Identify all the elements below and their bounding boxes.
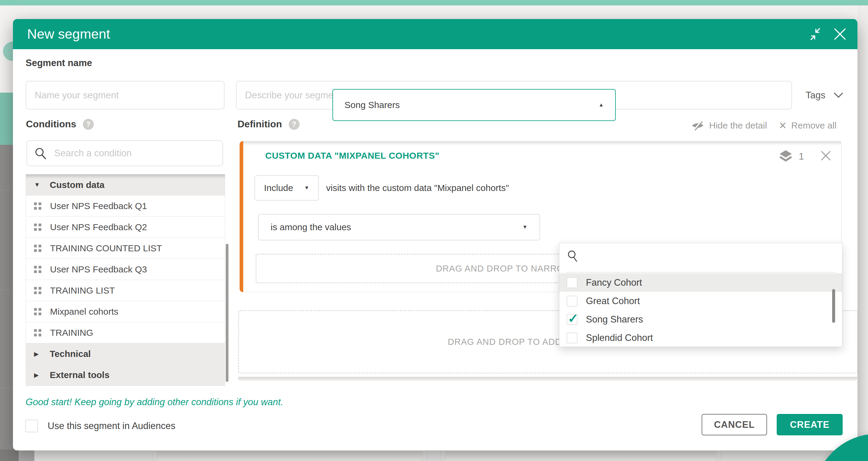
condition-group-row[interactable]: ▶Technical: [26, 343, 225, 365]
drag-handle-icon: [34, 266, 43, 273]
layer-count: 1: [799, 151, 804, 162]
condition-search-input[interactable]: [54, 148, 215, 159]
checkbox-unchecked[interactable]: [567, 277, 578, 288]
audiences-checkbox-label: Use this segment in Audiences: [48, 421, 176, 431]
drag-handle-icon: [34, 329, 43, 337]
option-label: Song Sharers: [586, 314, 643, 325]
dropdown-option[interactable]: ✓Song Sharers: [559, 310, 842, 328]
option-label: Great Cohort: [586, 296, 640, 307]
condition-label: User NPS Feedback Q3: [50, 264, 147, 275]
collapse-icon: [807, 26, 823, 42]
definition-horizontal-scrollbar[interactable]: [238, 377, 858, 381]
create-button[interactable]: CREATE: [777, 414, 843, 435]
condition-group-row[interactable]: ▶External tools: [26, 365, 225, 385]
condition-remove-button[interactable]: [820, 150, 832, 163]
tags-label: Tags: [806, 90, 825, 101]
remove-all-button[interactable]: Remove all: [779, 120, 837, 131]
value-select[interactable]: Song Sharers: [333, 89, 616, 121]
condition-label: TRAINING COUNTED LIST: [50, 243, 162, 253]
close-icon: [833, 27, 847, 41]
close-icon: [820, 150, 832, 162]
condition-group-row[interactable]: ▼Custom data: [26, 174, 225, 196]
value-selected: Song Sharers: [344, 100, 400, 110]
condition-label: External tools: [50, 370, 110, 380]
conditions-label: Conditions: [26, 119, 76, 130]
encouragement-hint: Good start! Keep going by adding other c…: [26, 397, 283, 408]
option-label: Splendid Cohort: [586, 333, 653, 343]
drag-handle-icon: [34, 287, 43, 294]
condition-label: Technical: [50, 349, 91, 359]
check-icon: ✓: [568, 311, 578, 326]
chevron-down-icon: [834, 92, 843, 98]
condition-item-row[interactable]: User NPS Feedback Q3: [26, 259, 225, 280]
remove-all-label: Remove all: [791, 120, 836, 131]
condition-item-row[interactable]: TRAINING COUNTED LIST: [26, 238, 225, 259]
dropdown-option[interactable]: Great Cohort: [559, 292, 842, 310]
search-icon: [34, 147, 47, 160]
value-options: Fancy CohortGreat Cohort✓Song SharersSpl…: [559, 273, 842, 347]
drag-handle-icon: [34, 224, 43, 231]
definition-label: Definition: [238, 119, 282, 130]
condition-item-row[interactable]: TRAINING: [26, 322, 225, 343]
include-select[interactable]: Include: [254, 175, 319, 201]
condition-list: ▼Custom dataUser NPS Feedback Q1User NPS…: [26, 174, 225, 386]
dropdown-option[interactable]: Splendid Cohort: [559, 328, 842, 347]
search-icon: [567, 250, 579, 262]
segment-name-label: Segment name: [26, 58, 92, 68]
app-background-right: [858, 5, 868, 461]
value-dropdown-panel: Fancy CohortGreat Cohort✓Song SharersSpl…: [559, 243, 842, 347]
condition-label: User NPS Feedback Q2: [50, 222, 147, 232]
condition-item-row[interactable]: User NPS Feedback Q2: [26, 217, 225, 238]
option-label: Fancy Cohort: [586, 277, 642, 288]
condition-item-row[interactable]: TRAINING LIST: [26, 280, 225, 301]
condition-item-row[interactable]: Mixpanel cohorts: [26, 301, 225, 322]
condition-label: Mixpanel cohorts: [50, 307, 119, 317]
top-app-strip: [0, 0, 868, 5]
segment-name-input[interactable]: [26, 81, 224, 110]
cancel-button[interactable]: CANCEL: [702, 414, 767, 435]
divider: [565, 272, 836, 272]
condition-item-row[interactable]: User NPS Feedback Q1: [26, 196, 225, 217]
condition-card-title: CUSTOM DATA "MIXPANEL COHORTS": [265, 150, 439, 161]
remove-icon: [779, 121, 786, 130]
dropdown-option[interactable]: Fancy Cohort: [559, 273, 842, 292]
operator-select[interactable]: is among the values: [258, 214, 540, 240]
condition-label: TRAINING: [50, 328, 93, 338]
layer-indicator: 1: [778, 149, 804, 163]
condition-search-box: [27, 140, 223, 166]
include-value: Include: [264, 183, 293, 193]
dropdown-scrollbar[interactable]: [832, 289, 835, 323]
hide-detail-button[interactable]: Hide the detail: [691, 120, 767, 131]
drag-handle-icon: [34, 245, 43, 252]
condition-subject-text: visits with the custom data "Mixpanel co…: [326, 175, 509, 201]
condition-label: TRAINING LIST: [50, 285, 115, 296]
hide-detail-label: Hide the detail: [709, 120, 767, 131]
condition-label: Custom data: [50, 180, 104, 190]
modal-close-button[interactable]: [832, 26, 848, 42]
dropdown-search[interactable]: [567, 250, 579, 264]
checkbox-unchecked[interactable]: [567, 333, 578, 343]
modal-header: New segment: [13, 19, 858, 49]
definition-help-icon[interactable]: [289, 119, 300, 130]
modal-title: New segment: [27, 19, 110, 49]
checkbox-checked[interactable]: ✓: [567, 314, 578, 325]
app-background-bottom: [0, 450, 868, 461]
drag-handle-icon: [34, 308, 43, 315]
tags-dropdown[interactable]: Tags: [806, 81, 843, 110]
collapse-button[interactable]: [807, 26, 823, 42]
operator-value: is among the values: [271, 222, 351, 232]
audiences-checkbox[interactable]: [25, 420, 38, 432]
triangle-right-icon: ▶: [34, 371, 42, 379]
triangle-right-icon: ▶: [34, 350, 42, 357]
condition-list-scrollbar[interactable]: [226, 244, 228, 382]
condition-label: User NPS Feedback Q1: [50, 201, 147, 211]
eye-off-icon: [691, 120, 704, 131]
audiences-checkbox-row[interactable]: Use this segment in Audiences: [25, 420, 176, 432]
drag-handle-icon: [34, 202, 43, 210]
new-segment-modal: New segment Segment name Tags Condit: [13, 19, 858, 451]
checkbox-unchecked[interactable]: [567, 296, 578, 307]
layers-icon: [778, 149, 793, 163]
conditions-help-icon[interactable]: [83, 119, 94, 130]
triangle-down-icon: ▼: [34, 181, 42, 188]
